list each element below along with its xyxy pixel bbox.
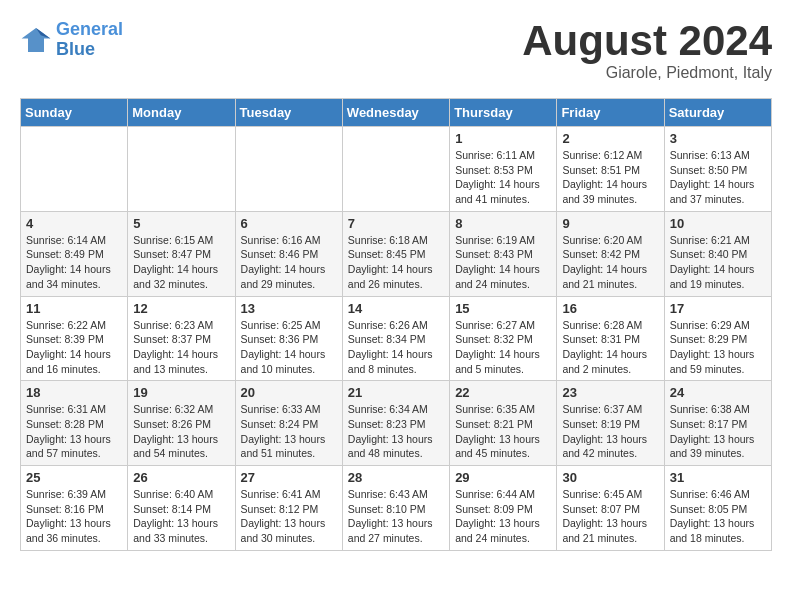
month-title: August 2024 xyxy=(522,20,772,62)
calendar-table: SundayMondayTuesdayWednesdayThursdayFrid… xyxy=(20,98,772,551)
calendar-cell: 20Sunrise: 6:33 AM Sunset: 8:24 PM Dayli… xyxy=(235,381,342,466)
day-number: 23 xyxy=(562,385,658,400)
day-info: Sunrise: 6:25 AM Sunset: 8:36 PM Dayligh… xyxy=(241,318,337,377)
calendar-cell: 10Sunrise: 6:21 AM Sunset: 8:40 PM Dayli… xyxy=(664,211,771,296)
weekday-header: Saturday xyxy=(664,99,771,127)
day-number: 7 xyxy=(348,216,444,231)
day-info: Sunrise: 6:26 AM Sunset: 8:34 PM Dayligh… xyxy=(348,318,444,377)
calendar-cell: 30Sunrise: 6:45 AM Sunset: 8:07 PM Dayli… xyxy=(557,466,664,551)
day-info: Sunrise: 6:33 AM Sunset: 8:24 PM Dayligh… xyxy=(241,402,337,461)
day-info: Sunrise: 6:43 AM Sunset: 8:10 PM Dayligh… xyxy=(348,487,444,546)
weekday-header: Thursday xyxy=(450,99,557,127)
day-number: 11 xyxy=(26,301,122,316)
day-info: Sunrise: 6:32 AM Sunset: 8:26 PM Dayligh… xyxy=(133,402,229,461)
day-number: 31 xyxy=(670,470,766,485)
calendar-cell: 28Sunrise: 6:43 AM Sunset: 8:10 PM Dayli… xyxy=(342,466,449,551)
day-number: 18 xyxy=(26,385,122,400)
calendar-cell xyxy=(235,127,342,212)
day-info: Sunrise: 6:44 AM Sunset: 8:09 PM Dayligh… xyxy=(455,487,551,546)
day-number: 10 xyxy=(670,216,766,231)
day-info: Sunrise: 6:20 AM Sunset: 8:42 PM Dayligh… xyxy=(562,233,658,292)
calendar-cell: 9Sunrise: 6:20 AM Sunset: 8:42 PM Daylig… xyxy=(557,211,664,296)
day-info: Sunrise: 6:18 AM Sunset: 8:45 PM Dayligh… xyxy=(348,233,444,292)
day-number: 29 xyxy=(455,470,551,485)
day-info: Sunrise: 6:16 AM Sunset: 8:46 PM Dayligh… xyxy=(241,233,337,292)
day-number: 19 xyxy=(133,385,229,400)
day-info: Sunrise: 6:12 AM Sunset: 8:51 PM Dayligh… xyxy=(562,148,658,207)
calendar-cell: 13Sunrise: 6:25 AM Sunset: 8:36 PM Dayli… xyxy=(235,296,342,381)
calendar-cell xyxy=(21,127,128,212)
calendar-cell: 21Sunrise: 6:34 AM Sunset: 8:23 PM Dayli… xyxy=(342,381,449,466)
calendar-cell: 17Sunrise: 6:29 AM Sunset: 8:29 PM Dayli… xyxy=(664,296,771,381)
day-number: 6 xyxy=(241,216,337,231)
calendar-week-row: 11Sunrise: 6:22 AM Sunset: 8:39 PM Dayli… xyxy=(21,296,772,381)
day-info: Sunrise: 6:23 AM Sunset: 8:37 PM Dayligh… xyxy=(133,318,229,377)
svg-marker-0 xyxy=(22,28,51,52)
day-number: 26 xyxy=(133,470,229,485)
day-number: 2 xyxy=(562,131,658,146)
day-info: Sunrise: 6:34 AM Sunset: 8:23 PM Dayligh… xyxy=(348,402,444,461)
day-number: 12 xyxy=(133,301,229,316)
day-number: 15 xyxy=(455,301,551,316)
day-info: Sunrise: 6:21 AM Sunset: 8:40 PM Dayligh… xyxy=(670,233,766,292)
day-info: Sunrise: 6:37 AM Sunset: 8:19 PM Dayligh… xyxy=(562,402,658,461)
day-number: 21 xyxy=(348,385,444,400)
day-info: Sunrise: 6:11 AM Sunset: 8:53 PM Dayligh… xyxy=(455,148,551,207)
calendar-cell: 29Sunrise: 6:44 AM Sunset: 8:09 PM Dayli… xyxy=(450,466,557,551)
day-info: Sunrise: 6:41 AM Sunset: 8:12 PM Dayligh… xyxy=(241,487,337,546)
day-info: Sunrise: 6:27 AM Sunset: 8:32 PM Dayligh… xyxy=(455,318,551,377)
day-number: 22 xyxy=(455,385,551,400)
day-info: Sunrise: 6:35 AM Sunset: 8:21 PM Dayligh… xyxy=(455,402,551,461)
calendar-cell: 12Sunrise: 6:23 AM Sunset: 8:37 PM Dayli… xyxy=(128,296,235,381)
day-info: Sunrise: 6:29 AM Sunset: 8:29 PM Dayligh… xyxy=(670,318,766,377)
day-number: 20 xyxy=(241,385,337,400)
calendar-cell: 25Sunrise: 6:39 AM Sunset: 8:16 PM Dayli… xyxy=(21,466,128,551)
calendar-week-row: 25Sunrise: 6:39 AM Sunset: 8:16 PM Dayli… xyxy=(21,466,772,551)
calendar-cell xyxy=(128,127,235,212)
weekday-header: Wednesday xyxy=(342,99,449,127)
day-info: Sunrise: 6:14 AM Sunset: 8:49 PM Dayligh… xyxy=(26,233,122,292)
day-info: Sunrise: 6:22 AM Sunset: 8:39 PM Dayligh… xyxy=(26,318,122,377)
calendar-cell: 4Sunrise: 6:14 AM Sunset: 8:49 PM Daylig… xyxy=(21,211,128,296)
weekday-header: Friday xyxy=(557,99,664,127)
calendar-cell: 6Sunrise: 6:16 AM Sunset: 8:46 PM Daylig… xyxy=(235,211,342,296)
day-info: Sunrise: 6:38 AM Sunset: 8:17 PM Dayligh… xyxy=(670,402,766,461)
day-info: Sunrise: 6:31 AM Sunset: 8:28 PM Dayligh… xyxy=(26,402,122,461)
day-number: 25 xyxy=(26,470,122,485)
calendar-cell: 16Sunrise: 6:28 AM Sunset: 8:31 PM Dayli… xyxy=(557,296,664,381)
day-info: Sunrise: 6:28 AM Sunset: 8:31 PM Dayligh… xyxy=(562,318,658,377)
calendar-cell: 19Sunrise: 6:32 AM Sunset: 8:26 PM Dayli… xyxy=(128,381,235,466)
weekday-header: Sunday xyxy=(21,99,128,127)
calendar-cell: 7Sunrise: 6:18 AM Sunset: 8:45 PM Daylig… xyxy=(342,211,449,296)
calendar-cell: 23Sunrise: 6:37 AM Sunset: 8:19 PM Dayli… xyxy=(557,381,664,466)
day-info: Sunrise: 6:45 AM Sunset: 8:07 PM Dayligh… xyxy=(562,487,658,546)
calendar-cell: 24Sunrise: 6:38 AM Sunset: 8:17 PM Dayli… xyxy=(664,381,771,466)
calendar-cell: 15Sunrise: 6:27 AM Sunset: 8:32 PM Dayli… xyxy=(450,296,557,381)
day-number: 14 xyxy=(348,301,444,316)
weekday-header: Monday xyxy=(128,99,235,127)
day-info: Sunrise: 6:15 AM Sunset: 8:47 PM Dayligh… xyxy=(133,233,229,292)
day-number: 5 xyxy=(133,216,229,231)
location: Giarole, Piedmont, Italy xyxy=(522,64,772,82)
calendar-week-row: 4Sunrise: 6:14 AM Sunset: 8:49 PM Daylig… xyxy=(21,211,772,296)
calendar-cell: 27Sunrise: 6:41 AM Sunset: 8:12 PM Dayli… xyxy=(235,466,342,551)
calendar-cell: 8Sunrise: 6:19 AM Sunset: 8:43 PM Daylig… xyxy=(450,211,557,296)
calendar-cell: 11Sunrise: 6:22 AM Sunset: 8:39 PM Dayli… xyxy=(21,296,128,381)
calendar-cell: 22Sunrise: 6:35 AM Sunset: 8:21 PM Dayli… xyxy=(450,381,557,466)
calendar-cell: 26Sunrise: 6:40 AM Sunset: 8:14 PM Dayli… xyxy=(128,466,235,551)
weekday-header: Tuesday xyxy=(235,99,342,127)
calendar-cell: 1Sunrise: 6:11 AM Sunset: 8:53 PM Daylig… xyxy=(450,127,557,212)
calendar-cell: 2Sunrise: 6:12 AM Sunset: 8:51 PM Daylig… xyxy=(557,127,664,212)
logo: General Blue xyxy=(20,20,123,60)
day-number: 13 xyxy=(241,301,337,316)
calendar-cell: 31Sunrise: 6:46 AM Sunset: 8:05 PM Dayli… xyxy=(664,466,771,551)
day-info: Sunrise: 6:40 AM Sunset: 8:14 PM Dayligh… xyxy=(133,487,229,546)
day-number: 4 xyxy=(26,216,122,231)
calendar-header-row: SundayMondayTuesdayWednesdayThursdayFrid… xyxy=(21,99,772,127)
day-number: 3 xyxy=(670,131,766,146)
day-info: Sunrise: 6:46 AM Sunset: 8:05 PM Dayligh… xyxy=(670,487,766,546)
day-number: 16 xyxy=(562,301,658,316)
day-number: 8 xyxy=(455,216,551,231)
day-number: 17 xyxy=(670,301,766,316)
day-number: 27 xyxy=(241,470,337,485)
